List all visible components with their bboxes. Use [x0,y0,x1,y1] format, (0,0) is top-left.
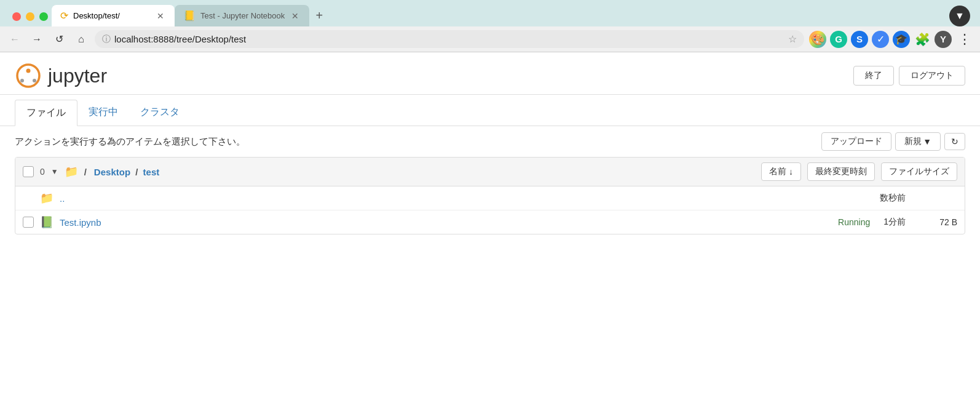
jupyter-header-buttons: 終了 ログアウト [853,66,965,86]
new-button-label: 新規 [904,136,922,147]
breadcrumb-test[interactable]: test [143,167,160,177]
logout-button[interactable]: ログアウト [899,66,965,86]
svg-point-2 [20,79,24,82]
home-button[interactable]: ⌂ [73,31,90,48]
breadcrumb: / Desktop / test [84,167,160,177]
breadcrumb-desktop[interactable]: Desktop [94,167,130,177]
sort-name-label: 名前 [769,166,786,177]
title-bar: ⟳ Desktop/test/ ✕ 📒 Test - Jupyter Noteb… [0,0,980,26]
file-toolbar-right: アップロード 新規 ▼ ↻ [821,132,965,151]
ext-check-icon[interactable]: ✓ [872,31,889,48]
action-hint: アクションを実行する為のアイテムを選択して下さい。 [15,136,245,148]
parent-dir-link[interactable]: .. [60,193,460,204]
sort-size-button[interactable]: ファイルサイズ [881,162,957,181]
reload-button[interactable]: ↺ [50,31,68,48]
current-folder-icon: 📁 [65,165,78,178]
new-dropdown-icon: ▼ [923,137,931,146]
notebook-time: 1分前 [883,217,906,228]
jupyter-logo-svg [15,62,42,89]
file-browser-toolbar: アクションを実行する為のアイテムを選択して下さい。 アップロード 新規 ▼ ↻ [0,126,980,157]
browser-tab-1[interactable]: ⟳ Desktop/test/ ✕ [52,5,175,26]
notebook-status: Running [838,217,870,227]
selected-count: 0 [40,167,45,177]
tab-clusters[interactable]: クラスタ [129,100,191,126]
tab1-title: Desktop/test/ [73,11,150,20]
navigation-toolbar: ← → ↺ ⌂ ⓘ localhost:8888/tree/Desktop/te… [0,26,980,52]
maximize-window-button[interactable] [39,12,48,21]
select-all-checkbox[interactable] [23,166,34,177]
ext-grammarly-icon[interactable]: G [830,31,847,48]
back-button[interactable]: ← [6,31,23,48]
forward-button[interactable]: → [28,31,45,48]
file-row-test-notebook: 📗 Test.ipynb Running 1分前 72 B [15,210,965,234]
svg-point-0 [17,65,39,87]
profile-avatar[interactable]: Y [935,31,952,48]
notebook-checkbox[interactable] [23,217,34,228]
browser-extensions: 🎨 G S ✓ 🎓 🧩 Y ⋮ [809,31,974,48]
new-button[interactable]: 新規 ▼ [895,132,941,151]
minimize-window-button[interactable] [26,12,34,21]
svg-point-3 [33,79,36,82]
parent-dir-time: 数秒前 [880,193,906,204]
parent-folder-icon: 📁 [40,191,53,205]
notebook-link[interactable]: Test.ipynb [60,217,443,228]
jupyter-title-text: jupyter [48,65,107,87]
notebook-size: 72 B [927,217,957,227]
sort-arrow-icon: ↓ [789,167,793,177]
info-icon: ⓘ [102,34,111,45]
file-list-container: 0 ▼ 📁 / Desktop / test 名前 ↓ 最終変更時刻 ファイルサ… [15,157,965,234]
tab-files[interactable]: ファイル [15,100,77,126]
ext-colorful-icon[interactable]: 🎨 [809,31,826,48]
ext-puzzle-icon[interactable]: 🧩 [914,31,931,48]
tab1-icon: ⟳ [60,10,68,22]
refresh-button[interactable]: ↻ [944,133,965,150]
notebook-icon: 📗 [40,215,53,229]
profile-icon[interactable]: ▼ [949,6,970,26]
jupyter-logo: jupyter [15,62,107,89]
upload-button[interactable]: アップロード [821,132,891,151]
browser-menu-button[interactable]: ⋮ [955,31,974,47]
new-tab-button[interactable]: + [309,6,329,26]
ext-s-icon[interactable]: S [851,31,868,48]
tab1-close-button[interactable]: ✕ [155,10,166,22]
address-bar[interactable]: ⓘ localhost:8888/tree/Desktop/test ☆ [95,30,804,48]
jupyter-header: jupyter 終了 ログアウト [0,52,980,95]
file-row-parent: 📁 .. 数秒前 [15,186,965,210]
tab2-close-button[interactable]: ✕ [290,10,301,22]
close-window-button[interactable] [12,12,21,21]
browser-window: ⟳ Desktop/test/ ✕ 📒 Test - Jupyter Noteb… [0,0,980,234]
tab-running[interactable]: 実行中 [77,100,129,126]
bookmark-icon[interactable]: ☆ [788,33,797,45]
url-display: localhost:8888/tree/Desktop/test [114,34,784,44]
quit-button[interactable]: 終了 [853,66,894,86]
svg-point-1 [26,69,31,73]
jupyter-content: jupyter 終了 ログアウト ファイル 実行中 クラスタ アクションを実行す… [0,52,980,234]
file-list-header: 0 ▼ 📁 / Desktop / test 名前 ↓ 最終変更時刻 ファイルサ… [15,158,965,186]
tab2-title: Test - Jupyter Notebook [200,11,285,20]
select-dropdown-icon[interactable]: ▼ [51,167,58,176]
sort-name-button[interactable]: 名前 ↓ [761,162,801,181]
browser-tab-2[interactable]: 📒 Test - Jupyter Notebook ✕ [175,5,309,26]
ext-grad-icon[interactable]: 🎓 [893,31,910,48]
sort-modified-button[interactable]: 最終変更時刻 [807,162,875,181]
jupyter-tabs: ファイル 実行中 クラスタ [0,100,980,126]
tab2-icon: 📒 [183,10,196,22]
